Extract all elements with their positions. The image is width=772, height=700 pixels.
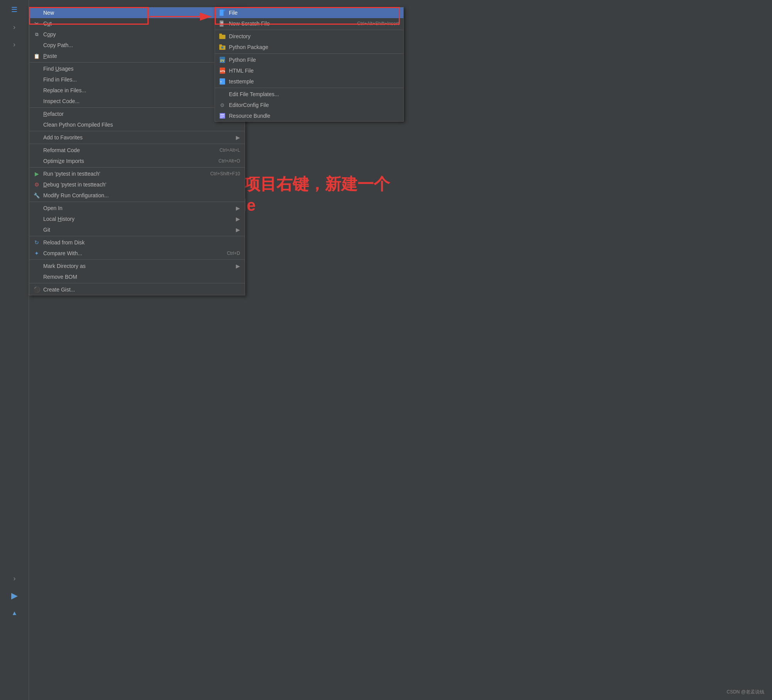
- submenu-item-python-package-label: Python Package: [229, 44, 399, 50]
- menu-item-reload-label: Reload from Disk: [43, 239, 240, 246]
- run-shortcut: Ctrl+Shift+F10: [210, 171, 240, 176]
- submenu-sep-1: [215, 30, 403, 30]
- menu-item-open-in[interactable]: Open In ▶: [29, 203, 245, 214]
- menu-item-create-gist[interactable]: ⚫ Create Gist...: [29, 284, 245, 295]
- annotation-line1: 在项目右键，新建一个: [228, 174, 390, 195]
- menu-item-remove-bom[interactable]: Remove BOM: [29, 271, 245, 282]
- menu-item-debug[interactable]: ⚙ Debug 'pytest in testteach': [29, 179, 245, 190]
- menu-item-paste[interactable]: 📋 Paste Ctrl+V: [29, 51, 245, 61]
- submenu-item-edit-templates[interactable]: Edit File Templates...: [215, 89, 403, 100]
- submenu-item-resource-bundle-label: Resource Bundle: [229, 113, 399, 119]
- menu-item-refactor[interactable]: Refactor ▶: [29, 108, 245, 119]
- menu-item-replace-files[interactable]: Replace in Files... Ctrl+Shift+R: [29, 85, 245, 96]
- sidebar-icon-2[interactable]: ›: [7, 19, 22, 35]
- svg-point-11: [221, 46, 223, 49]
- python-file-icon: py: [218, 57, 227, 63]
- separator-4: [29, 144, 245, 144]
- menu-item-mark-dir[interactable]: Mark Directory as ▶: [29, 261, 245, 271]
- menu-item-cut-label: Cut: [43, 20, 215, 27]
- testtemple-icon: T: [218, 78, 227, 85]
- local-history-arrow-icon: ▶: [236, 216, 240, 222]
- menu-item-modify-run[interactable]: 🔧 Modify Run Configuration...: [29, 190, 245, 201]
- open-in-arrow-icon: ▶: [236, 205, 240, 211]
- menu-item-paste-label: Paste: [43, 53, 215, 59]
- sidebar-icon-3[interactable]: ›: [7, 37, 22, 52]
- menu-item-cut[interactable]: ✂ Cut Ctrl+X: [29, 18, 245, 29]
- separator-6: [29, 202, 245, 202]
- optimize-shortcut: Ctrl+Alt+O: [218, 158, 240, 164]
- submenu-item-python-package[interactable]: Python Package: [215, 42, 403, 53]
- separator-7: [29, 236, 245, 236]
- menu-item-modify-run-label: Modify Run Configuration...: [43, 192, 240, 198]
- editorconfig-icon: ⚙: [218, 102, 227, 108]
- menu-item-replace-files-label: Replace in Files...: [43, 87, 203, 93]
- submenu-item-file[interactable]: File: [215, 7, 403, 18]
- submenu-item-new-scratch-label: New Scratch File: [229, 20, 345, 27]
- sidebar-bottom-icon-3[interactable]: ▲: [7, 605, 22, 621]
- menu-item-copy-path[interactable]: Copy Path...: [29, 40, 245, 51]
- menu-item-add-favorites-label: Add to Favorites: [43, 134, 233, 141]
- submenu-item-new-scratch[interactable]: New Scratch File Ctrl+Alt+Shift+Insert: [215, 18, 403, 29]
- submenu-item-python-file[interactable]: py Python File: [215, 54, 403, 65]
- html-file-icon: HTML: [218, 68, 227, 74]
- svg-rect-6: [221, 24, 222, 25]
- menu-item-git-label: Git: [43, 227, 233, 233]
- menu-item-git[interactable]: Git ▶: [29, 224, 245, 235]
- new-scratch-shortcut: Ctrl+Alt+Shift+Insert: [357, 21, 399, 26]
- new-submenu: File New Scratch File Ctrl+Alt+Shift+Ins…: [215, 7, 404, 122]
- menu-item-remove-bom-label: Remove BOM: [43, 274, 240, 280]
- menu-item-new-label: New: [43, 10, 233, 16]
- menu-item-reformat[interactable]: Reformat Code Ctrl+Alt+L: [29, 145, 245, 156]
- sidebar-bottom-icon-1[interactable]: ›: [7, 571, 22, 586]
- menu-item-find-usages[interactable]: Find Usages Alt+F7: [29, 63, 245, 74]
- submenu-item-python-file-label: Python File: [229, 57, 399, 63]
- submenu-item-directory-label: Directory: [229, 33, 399, 39]
- submenu-item-editorconfig[interactable]: ⚙ EditorConfig File: [215, 100, 403, 110]
- svg-text:T: T: [220, 80, 222, 84]
- menu-item-add-favorites[interactable]: Add to Favorites ▶: [29, 132, 245, 143]
- file-icon: [218, 10, 227, 16]
- menu-item-clean[interactable]: Clean Python Compiled Files: [29, 119, 245, 130]
- sidebar-project-icon[interactable]: ☰: [7, 2, 22, 17]
- scratch-icon: [218, 20, 227, 27]
- menu-item-optimize[interactable]: Optimize Imports Ctrl+Alt+O: [29, 156, 245, 166]
- favorites-arrow-icon: ▶: [236, 134, 240, 141]
- menu-item-find-files[interactable]: Find in Files... Ctrl+Shift+F: [29, 74, 245, 85]
- context-menu: New ▶ ✂ Cut Ctrl+X ⧉ Copy Ctrl+C Copy Pa…: [29, 7, 245, 295]
- submenu-item-editorconfig-label: EditorConfig File: [229, 102, 399, 108]
- menu-item-reformat-label: Reformat Code: [43, 147, 208, 153]
- svg-rect-5: [221, 23, 223, 24]
- svg-rect-19: [220, 114, 224, 115]
- menu-item-local-history[interactable]: Local History ▶: [29, 214, 245, 224]
- directory-icon: [218, 34, 227, 39]
- sidebar-bottom-icon-2[interactable]: ▶: [7, 588, 22, 603]
- separator-8: [29, 259, 245, 260]
- git-arrow-icon: ▶: [236, 227, 240, 233]
- menu-item-compare-label: Compare With...: [43, 250, 215, 256]
- menu-item-inspect-code[interactable]: Inspect Code...: [29, 96, 245, 107]
- submenu-item-testtemple[interactable]: T testtemple: [215, 76, 403, 87]
- menu-item-reload[interactable]: ↻ Reload from Disk: [29, 237, 245, 248]
- svg-rect-8: [219, 34, 222, 35]
- menu-item-copy[interactable]: ⧉ Copy Ctrl+C: [29, 29, 245, 40]
- reformat-shortcut: Ctrl+Alt+L: [220, 147, 240, 153]
- svg-rect-4: [221, 22, 223, 23]
- menu-item-run[interactable]: ▶ Run 'pytest in testteach' Ctrl+Shift+F…: [29, 168, 245, 179]
- separator-1: [29, 62, 245, 63]
- debug-icon: ⚙: [32, 181, 41, 188]
- github-icon: ⚫: [32, 286, 41, 293]
- menu-item-find-usages-label: Find Usages: [43, 66, 215, 72]
- reload-icon: ↻: [32, 239, 41, 246]
- run-icon: ▶: [32, 171, 41, 177]
- submenu-item-directory[interactable]: Directory: [215, 31, 403, 42]
- menu-item-mark-dir-label: Mark Directory as: [43, 263, 233, 269]
- submenu-item-html-file[interactable]: HTML HTML File: [215, 65, 403, 76]
- menu-item-compare[interactable]: ✦ Compare With... Ctrl+D: [29, 248, 245, 259]
- paste-icon: 📋: [32, 53, 41, 59]
- sidebar: ☰ › › › ▶ ▲: [0, 0, 29, 700]
- svg-rect-2: [223, 10, 225, 11]
- svg-rect-0: [220, 10, 223, 16]
- submenu-item-resource-bundle[interactable]: Resource Bundle: [215, 110, 403, 121]
- menu-item-new[interactable]: New ▶: [29, 7, 245, 18]
- menu-item-open-in-label: Open In: [43, 205, 233, 211]
